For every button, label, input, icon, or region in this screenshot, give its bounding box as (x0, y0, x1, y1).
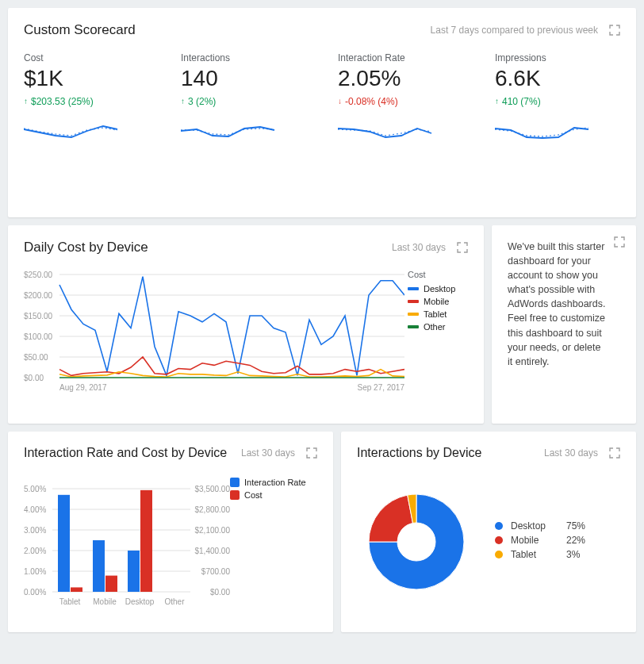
metric-cost[interactable]: Cost $1K ↑ $203.53 (25%) (24, 52, 149, 148)
legend-dot (495, 522, 503, 530)
bar-chart-subtitle-wrap: Last 30 days (241, 447, 317, 459)
y-tick-right: $3,500.00 (195, 485, 231, 493)
legend-row: Desktop75% (495, 520, 585, 532)
bar-chart-header: Interaction Rate and Cost by Device Last… (24, 446, 317, 460)
legend-swatch (408, 287, 419, 290)
legend-swatch (408, 325, 419, 328)
sparkline-rate (338, 118, 433, 145)
legend-swatch (230, 490, 240, 500)
legend-row: Tablet (408, 309, 468, 319)
metric-delta-text: -0.08% (4%) (345, 96, 398, 107)
x-cat: Desktop (125, 597, 155, 606)
donut-subtitle: Last 30 days (544, 447, 598, 459)
svg-rect-14 (93, 540, 105, 592)
legend-label: Tablet (424, 309, 447, 319)
y-tick: $50.00 (24, 353, 48, 362)
daily-cost-subtitle: Last 30 days (392, 242, 446, 253)
daily-cost-subtitle-wrap: Last 30 days (392, 242, 468, 253)
expand-icon[interactable] (614, 236, 625, 248)
arrow-up-icon: ↑ (24, 97, 28, 106)
y-tick: $0.00 (24, 374, 44, 382)
donut-legend: Desktop75% Mobile22% Tablet3% (495, 520, 585, 563)
legend-value: 22% (566, 535, 585, 546)
metric-value: 6.6K (495, 67, 620, 91)
metric-delta: ↑ $203.53 (25%) (24, 96, 149, 107)
bar-chart-legend: Interaction Rate Cost (230, 471, 317, 618)
arrow-down-icon: ↓ (338, 97, 342, 106)
y-tick: $100.00 (24, 332, 53, 341)
metric-value: 2.05% (338, 67, 463, 91)
svg-rect-13 (71, 587, 82, 592)
expand-icon[interactable] (306, 447, 317, 459)
scorecard-header: Custom Scorecard Last 7 days compared to… (24, 22, 620, 38)
legend-swatch (408, 300, 419, 303)
legend-row: Cost (230, 490, 317, 500)
legend-label: Cost (244, 490, 263, 500)
metric-delta-text: 3 (2%) (188, 96, 216, 107)
scorecard-metrics: Cost $1K ↑ $203.53 (25%) Interactions 14… (24, 52, 620, 203)
x-cat: Mobile (93, 597, 117, 606)
y-tick-left: 3.00% (24, 526, 46, 535)
x-cat: Other (164, 597, 185, 606)
metric-impressions[interactable]: Impressions 6.6K ↑ 410 (7%) (495, 52, 620, 148)
y-tick: $150.00 (24, 312, 53, 320)
legend-value: 3% (566, 549, 580, 560)
metric-interactions[interactable]: Interactions 140 ↑ 3 (2%) (181, 52, 306, 148)
y-tick: $200.00 (24, 291, 53, 300)
y-tick-right: $2,100.00 (195, 526, 231, 535)
legend-row: Desktop (408, 284, 468, 294)
metric-label: Cost (24, 52, 149, 63)
y-tick-right: $1,400.00 (195, 547, 231, 555)
legend-dot (495, 551, 503, 558)
legend-row: Mobile22% (495, 535, 585, 546)
donut-card: Interactions by Device Last 30 days Desk… (341, 432, 636, 632)
daily-cost-chart: $250.00 $200.00 $150.00 $100.00 $50.00 $… (24, 267, 404, 409)
legend-swatch (230, 478, 240, 487)
legend-row: Tablet3% (495, 549, 585, 560)
legend-label: Mobile (511, 535, 558, 546)
legend-row: Interaction Rate (230, 478, 317, 487)
y-tick: $250.00 (24, 271, 53, 279)
metric-delta: ↑ 410 (7%) (495, 96, 620, 107)
y-tick-left: 5.00% (24, 485, 46, 493)
bar-chart: 5.00% 4.00% 3.00% 2.00% 1.00% 0.00% $3,5… (24, 471, 230, 618)
expand-icon[interactable] (609, 25, 620, 36)
donut-subtitle-wrap: Last 30 days (544, 447, 620, 459)
legend-dot (495, 536, 503, 544)
sparkline-interactions (181, 118, 276, 145)
legend-row: Other (408, 322, 468, 332)
legend-label: Desktop (424, 284, 455, 294)
x-start: Aug 29, 2017 (59, 383, 107, 392)
daily-cost-title: Daily Cost by Device (24, 240, 148, 255)
svg-rect-17 (140, 490, 152, 592)
legend-label: Mobile (424, 297, 449, 306)
legend-swatch (408, 313, 419, 316)
expand-icon[interactable] (457, 242, 468, 253)
metric-value: $1K (24, 67, 149, 91)
y-tick-left: 4.00% (24, 505, 46, 514)
bar-chart-subtitle: Last 30 days (241, 447, 295, 459)
scorecard-title: Custom Scorecard (24, 22, 136, 38)
y-tick-right: $2,800.00 (195, 505, 231, 514)
legend-label: Desktop (511, 520, 558, 532)
y-tick-left: 1.00% (24, 567, 46, 576)
scorecard-subtitle: Last 7 days compared to previous week (431, 25, 598, 36)
scorecard-card: Custom Scorecard Last 7 days compared to… (8, 8, 636, 217)
legend-row: Mobile (408, 297, 468, 306)
daily-cost-header: Daily Cost by Device Last 30 days (24, 240, 468, 255)
metric-value: 140 (181, 67, 306, 91)
svg-rect-12 (58, 495, 70, 592)
legend-label: Interaction Rate (244, 478, 306, 487)
svg-rect-16 (128, 551, 140, 592)
metric-label: Interaction Rate (338, 52, 463, 63)
daily-cost-card: Daily Cost by Device Last 30 days $250.0… (8, 225, 484, 424)
arrow-up-icon: ↑ (495, 97, 499, 106)
y-tick-left: 2.00% (24, 547, 46, 555)
metric-label: Impressions (495, 52, 620, 63)
metric-interaction-rate[interactable]: Interaction Rate 2.05% ↓ -0.08% (4%) (338, 52, 463, 148)
legend-label: Other (424, 322, 446, 332)
x-end: Sep 27, 2017 (358, 383, 405, 392)
metric-delta: ↓ -0.08% (4%) (338, 96, 463, 107)
x-cat: Tablet (59, 597, 81, 606)
expand-icon[interactable] (609, 447, 620, 459)
